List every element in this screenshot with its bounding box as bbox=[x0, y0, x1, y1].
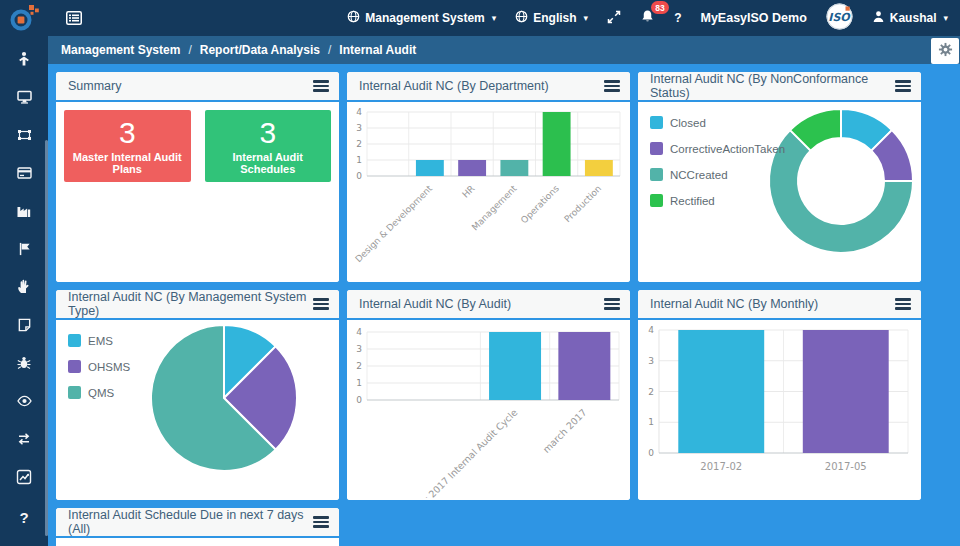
user-label: Kaushal bbox=[890, 11, 937, 25]
sidebar-item-person[interactable] bbox=[0, 42, 48, 80]
card-menu-icon[interactable] bbox=[895, 294, 911, 314]
svg-text:3: 3 bbox=[648, 356, 654, 366]
x-axis-label: HR bbox=[460, 183, 476, 199]
card-header: Internal Audit NC (By Management System … bbox=[56, 290, 339, 320]
legend-label: QMS bbox=[88, 387, 114, 399]
svg-text:2: 2 bbox=[648, 387, 654, 397]
bar bbox=[803, 330, 889, 453]
sidebar-item-hand[interactable] bbox=[0, 270, 48, 308]
legend-swatch bbox=[68, 334, 81, 347]
legend-swatch bbox=[68, 360, 81, 373]
svg-text:0: 0 bbox=[648, 448, 654, 458]
card-nc-by-ms-type: Internal Audit NC (By Management System … bbox=[56, 290, 339, 500]
card-title: Internal Audit Schedule Due in next 7 da… bbox=[68, 508, 313, 536]
legend-item: Rectified bbox=[650, 194, 785, 207]
language-menu[interactable]: English ▾ bbox=[515, 10, 588, 26]
breadcrumb-item-internal-audit[interactable]: Internal Audit bbox=[339, 43, 416, 57]
breadcrumb-item-management-system[interactable]: Management System bbox=[61, 43, 180, 57]
kpi-master-internal-audit-plans[interactable]: 3 Master Internal Audit Plans bbox=[64, 110, 191, 182]
chart-legend: EMSOHSMSQMS bbox=[68, 334, 130, 399]
sidebar-scrollbar[interactable] bbox=[45, 140, 48, 536]
help-label: ? bbox=[674, 11, 681, 25]
help-button[interactable]: ? bbox=[674, 11, 681, 25]
card-menu-icon[interactable] bbox=[604, 76, 620, 96]
card-header: Internal Audit NC (By NonConformance Sta… bbox=[638, 72, 921, 102]
kpi-internal-audit-schedules[interactable]: 3 Internal Audit Schedules bbox=[205, 110, 332, 182]
card-menu-icon[interactable] bbox=[313, 294, 329, 314]
sidebar-item-eye[interactable] bbox=[0, 384, 48, 422]
breadcrumb-item-report-data-analysis[interactable]: Report/Data Analysis bbox=[200, 43, 320, 57]
chart-legend: ClosedCorrectiveActionTakenNCCreatedRect… bbox=[650, 116, 785, 207]
sidebar-item-bug[interactable] bbox=[0, 346, 48, 384]
user-menu[interactable]: Kaushal ▾ bbox=[872, 10, 948, 26]
user-icon bbox=[872, 10, 885, 26]
brand-label: MyEasyISO Demo bbox=[700, 11, 806, 25]
bar bbox=[678, 330, 764, 453]
sidebar-item-flag[interactable] bbox=[0, 232, 48, 270]
svg-text:0: 0 bbox=[356, 395, 362, 405]
legend-swatch bbox=[650, 116, 663, 129]
legend-item: CorrectiveActionTaken bbox=[650, 142, 785, 155]
card-title: Internal Audit NC (By Monthly) bbox=[650, 297, 818, 311]
card-nc-by-audit: Internal Audit NC (By Audit) 01234Januar… bbox=[347, 290, 630, 500]
legend-swatch bbox=[68, 386, 81, 399]
dashboard-content: Summary 3 Master Internal Audit Plans 3 … bbox=[48, 64, 960, 546]
card-header: Internal Audit Schedule Due in next 7 da… bbox=[56, 508, 339, 538]
help-icon: ? bbox=[19, 509, 28, 526]
legend-item: QMS bbox=[68, 386, 130, 399]
card-menu-icon[interactable] bbox=[313, 512, 329, 532]
app-logo-icon[interactable] bbox=[8, 2, 42, 34]
note-icon bbox=[17, 317, 32, 337]
sidebar-item-exchange[interactable] bbox=[0, 422, 48, 460]
svg-text:4: 4 bbox=[356, 327, 362, 337]
card-schedule-due: Internal Audit Schedule Due in next 7 da… bbox=[56, 508, 339, 546]
sidebar-item-factory[interactable] bbox=[0, 194, 48, 232]
svg-text:1: 1 bbox=[356, 378, 362, 388]
kpi-label: Master Internal Audit Plans bbox=[64, 151, 191, 175]
person-icon bbox=[16, 51, 32, 71]
kpi-label: Internal Audit Schedules bbox=[205, 151, 332, 175]
sidebar-toggle-icon[interactable] bbox=[66, 11, 82, 25]
legend-item: NCCreated bbox=[650, 168, 785, 181]
legend-swatch bbox=[650, 168, 663, 181]
fullscreen-button[interactable] bbox=[607, 10, 621, 27]
management-system-menu[interactable]: Management System ▾ bbox=[347, 10, 496, 26]
breadcrumb-separator: / bbox=[188, 43, 191, 57]
card-menu-icon[interactable] bbox=[895, 76, 911, 96]
card-icon bbox=[16, 165, 33, 185]
notifications-button[interactable]: 83 bbox=[640, 9, 655, 27]
sidebar-item-help[interactable]: ? bbox=[0, 498, 48, 536]
card-menu-icon[interactable] bbox=[313, 76, 329, 96]
bar-chart-by-monthly: 012342017-022017-05 bbox=[638, 320, 921, 498]
card-title: Internal Audit NC (By Audit) bbox=[359, 297, 511, 311]
card-title: Internal Audit NC (By Department) bbox=[359, 79, 549, 93]
brand-name: MyEasyISO Demo bbox=[700, 11, 806, 25]
card-title: Internal Audit NC (By NonConformance Sta… bbox=[650, 72, 895, 100]
flag-icon bbox=[17, 241, 32, 261]
sidebar-item-sitemap[interactable] bbox=[0, 118, 48, 156]
x-axis-label: January 2017 Internal Audit Cycle bbox=[398, 407, 520, 498]
bar bbox=[489, 332, 541, 400]
settings-button[interactable] bbox=[931, 38, 959, 64]
card-menu-icon[interactable] bbox=[604, 294, 620, 314]
x-axis-label: 2017-02 bbox=[700, 461, 742, 472]
globe-icon bbox=[347, 10, 360, 26]
sitemap-icon bbox=[16, 127, 33, 147]
factory-icon bbox=[16, 203, 32, 223]
notification-badge: 83 bbox=[651, 1, 669, 14]
card-nc-by-monthly: Internal Audit NC (By Monthly) 012342017… bbox=[638, 290, 921, 500]
legend-label: CorrectiveActionTaken bbox=[670, 143, 785, 155]
breadcrumb-separator: / bbox=[328, 43, 331, 57]
x-axis-label: Production bbox=[562, 183, 603, 224]
card-nc-by-department: Internal Audit NC (By Department) 01234D… bbox=[347, 72, 630, 282]
sidebar-item-note[interactable] bbox=[0, 308, 48, 346]
bar bbox=[458, 160, 486, 176]
sidebar-item-monitor[interactable] bbox=[0, 80, 48, 118]
caret-down-icon: ▾ bbox=[492, 13, 497, 23]
card-header: Internal Audit NC (By Department) bbox=[347, 72, 630, 102]
sidebar-nav: ? bbox=[0, 36, 48, 546]
x-axis-label: Design & Development bbox=[353, 183, 434, 264]
sidebar-item-card[interactable] bbox=[0, 156, 48, 194]
sidebar-item-analytics[interactable] bbox=[0, 460, 48, 498]
card-summary: Summary 3 Master Internal Audit Plans 3 … bbox=[56, 72, 339, 282]
